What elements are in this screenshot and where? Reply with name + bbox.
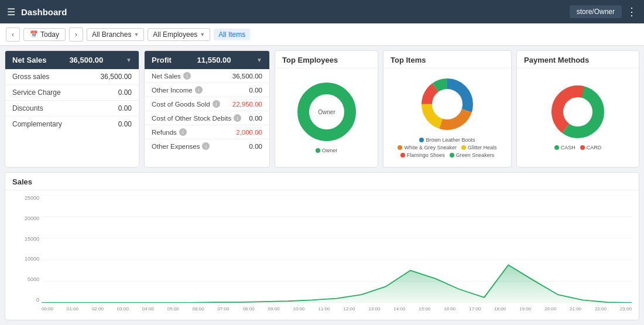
x-label: 12:00 bbox=[343, 306, 355, 312]
x-label: 11:00 bbox=[318, 306, 330, 312]
x-label: 17:00 bbox=[469, 306, 481, 312]
legend-label: Owner bbox=[322, 148, 338, 153]
list-item: Service Charge 0.00 bbox=[5, 85, 139, 101]
x-label: 23:00 bbox=[620, 306, 632, 312]
legend-label: Brown Leather Boots bbox=[426, 137, 475, 143]
profit-value: 11,550.00 bbox=[197, 56, 231, 64]
other-income-value: 0.00 bbox=[249, 87, 262, 94]
x-label: 08:00 bbox=[243, 306, 255, 312]
top-employees-chart-body: Owner Owner bbox=[275, 69, 378, 164]
top-items-donut: Brown Leather Boots White & Grey Sneaker… bbox=[388, 73, 506, 159]
cost-other-stock-value: 0.00 bbox=[249, 115, 262, 122]
top-items-title: Top Items bbox=[383, 51, 511, 69]
net-sales-card: Net Sales 36,500.00 ▼ Gross sales 36,500… bbox=[5, 50, 139, 167]
list-item: Net Sales i 36,500.00 bbox=[145, 69, 269, 83]
top-items-card: Top Items Brown Leather Boots bbox=[383, 50, 512, 167]
payment-methods-card: Payment Methods CASH CARD bbox=[516, 50, 639, 167]
legend-item: Brown Leather Boots bbox=[419, 137, 475, 143]
net-sales-body: Gross sales 36,500.00 Service Charge 0.0… bbox=[5, 69, 139, 132]
top-items-chart-body: Brown Leather Boots White & Grey Sneaker… bbox=[383, 69, 511, 164]
payment-legend: CASH CARD bbox=[554, 145, 602, 150]
info-icon[interactable]: i bbox=[195, 86, 203, 94]
gross-sales-label: Gross sales bbox=[12, 73, 49, 81]
complementary-label: Complementary bbox=[12, 120, 62, 128]
info-icon[interactable]: i bbox=[202, 142, 210, 150]
legend-label: Green Sneakers bbox=[456, 152, 495, 158]
x-label: 00:00 bbox=[42, 306, 53, 312]
info-icon[interactable]: i bbox=[183, 72, 191, 80]
cost-other-stock-label: Cost of Other Stock Debits i bbox=[152, 114, 241, 122]
refunds-label: Refunds i bbox=[152, 128, 187, 136]
legend-item: CASH bbox=[554, 145, 576, 150]
legend-color bbox=[580, 145, 585, 150]
info-icon[interactable]: i bbox=[213, 100, 220, 108]
top-employees-donut: Owner Owner bbox=[280, 73, 373, 159]
sales-chart-body: 25000 20000 15000 10000 5000 0 bbox=[5, 190, 639, 317]
profit-title: Profit bbox=[152, 56, 172, 64]
discounts-value: 0.00 bbox=[118, 104, 132, 112]
items-legend: Brown Leather Boots White & Grey Sneaker… bbox=[388, 137, 506, 158]
y-axis: 25000 20000 15000 10000 5000 0 bbox=[12, 195, 42, 303]
complementary-value: 0.00 bbox=[118, 120, 132, 128]
top-employees-title: Top Employees bbox=[275, 51, 378, 69]
store-owner-button[interactable]: store/Owner bbox=[570, 5, 622, 18]
chevron-down-icon: ▼ bbox=[200, 32, 205, 37]
sales-title: Sales bbox=[5, 173, 639, 190]
legend-color bbox=[400, 153, 405, 158]
y-label: 0 bbox=[36, 297, 39, 303]
svg-text:Owner: Owner bbox=[318, 109, 335, 115]
list-item: Other Expenses i 0.00 bbox=[145, 139, 269, 153]
x-label: 01:00 bbox=[67, 306, 78, 312]
x-label: 18:00 bbox=[494, 306, 506, 312]
all-branches-button[interactable]: All Branches ▼ bbox=[87, 28, 144, 41]
y-label: 20000 bbox=[25, 215, 39, 221]
employees-legend: Owner bbox=[316, 148, 338, 153]
list-item: Other Income i 0.00 bbox=[145, 83, 269, 97]
all-items-tab[interactable]: All Items bbox=[214, 29, 250, 40]
service-charge-value: 0.00 bbox=[118, 88, 132, 97]
legend-item: Glitter Heals bbox=[461, 145, 497, 150]
donut-chart bbox=[418, 75, 477, 134]
chart-area bbox=[42, 195, 632, 303]
x-label: 06:00 bbox=[193, 306, 204, 312]
net-sales-row-value: 36,500.00 bbox=[232, 73, 262, 80]
list-item: Cost of Goods Sold i 22,950.00 bbox=[145, 97, 269, 111]
list-item: Discounts 0.00 bbox=[5, 101, 139, 117]
all-employees-button[interactable]: All Employees ▼ bbox=[148, 28, 210, 41]
payment-donut: CASH CARD bbox=[522, 73, 634, 159]
y-label: 10000 bbox=[25, 256, 39, 262]
more-button[interactable]: ⋮ bbox=[626, 5, 637, 18]
x-label: 21:00 bbox=[570, 306, 581, 312]
sales-card: Sales 25000 20000 15000 10000 5000 0 bbox=[5, 172, 639, 320]
legend-item: Owner bbox=[316, 148, 338, 153]
bottom-row: Sales 25000 20000 15000 10000 5000 0 bbox=[5, 172, 639, 320]
all-employees-label: All Employees bbox=[153, 30, 197, 39]
x-label: 16:00 bbox=[444, 306, 455, 312]
main-content: Net Sales 36,500.00 ▼ Gross sales 36,500… bbox=[0, 46, 644, 325]
x-label: 15:00 bbox=[419, 306, 430, 312]
payment-methods-chart-body: CASH CARD bbox=[517, 69, 639, 164]
sales-svg bbox=[42, 195, 632, 303]
app-title: Dashboard bbox=[21, 7, 67, 17]
y-label: 25000 bbox=[25, 195, 39, 201]
legend-label: Glitter Heals bbox=[468, 145, 497, 150]
app-header: ☰ Dashboard store/Owner ⋮ bbox=[0, 0, 644, 23]
payment-methods-title: Payment Methods bbox=[517, 51, 639, 69]
calendar-icon: 📅 bbox=[30, 30, 38, 38]
today-button[interactable]: 📅 Today bbox=[23, 28, 66, 41]
info-icon[interactable]: i bbox=[179, 128, 187, 136]
net-sales-title: Net Sales bbox=[12, 56, 47, 64]
x-label: 22:00 bbox=[595, 306, 607, 312]
menu-icon[interactable]: ☰ bbox=[7, 6, 15, 18]
x-label: 10:00 bbox=[293, 306, 305, 312]
profit-header: Profit 11,550.00 ▼ bbox=[145, 51, 269, 69]
header-right: store/Owner ⋮ bbox=[570, 5, 637, 18]
prev-button[interactable]: ‹ bbox=[6, 28, 20, 42]
legend-color bbox=[554, 145, 559, 150]
y-label: 15000 bbox=[25, 236, 39, 242]
next-button[interactable]: › bbox=[69, 28, 83, 42]
chevron-down-icon: ▼ bbox=[126, 57, 132, 63]
x-label: 02:00 bbox=[92, 306, 104, 312]
info-icon[interactable]: i bbox=[234, 114, 241, 122]
legend-color bbox=[461, 145, 466, 150]
